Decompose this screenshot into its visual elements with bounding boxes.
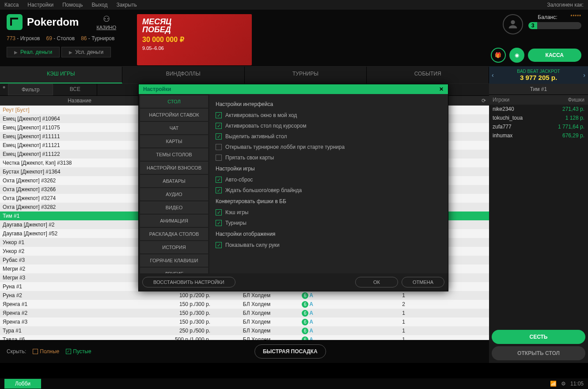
open-table-button[interactable]: ОТКРЫТЬ СТОЛ [492, 346, 585, 360]
setting-option[interactable]: Авто-сброс [216, 174, 442, 185]
checkbox-icon [216, 112, 222, 118]
sit-button[interactable]: СЕСТЬ [492, 330, 585, 344]
checkbox-icon [216, 242, 222, 248]
filter-all[interactable]: ВСЕ [53, 84, 97, 95]
footer: Скрыть: Полные ✓Пустые БЫСТРАЯ ПОСАДКА [0, 340, 489, 363]
settings-nav-item[interactable]: ВИДЕО [140, 201, 208, 214]
refresh-icon[interactable]: ⟳ [478, 98, 489, 104]
settings-nav-item[interactable]: АНИМАЦИЯ [140, 215, 208, 227]
settings-nav-item[interactable]: РАСКЛАДКА СТОЛОВ [140, 228, 208, 240]
setting-option[interactable]: Ждать большого/овер блайнда [216, 185, 442, 196]
menu-close[interactable]: Закрыть [116, 2, 137, 8]
chevron-left-icon[interactable]: ‹ [492, 72, 494, 79]
signal-icon: 📶 [550, 381, 557, 387]
hide-empty-checkbox[interactable]: ✓Пустые [66, 348, 91, 355]
tab-cash[interactable]: КЭШ ИГРЫ [0, 67, 122, 83]
settings-nav-item[interactable]: КАРТЫ [140, 135, 208, 147]
level-progress: 3 [528, 22, 581, 29]
menu-settings[interactable]: Настройки [27, 2, 53, 8]
cashier-button[interactable]: КАССА [528, 49, 581, 62]
balance-label: Баланс: [538, 14, 557, 20]
user-icon [507, 18, 519, 30]
setting-option[interactable]: Прятать свои карты [216, 152, 442, 163]
right-panel: Тим #1 ИгрокиФишки nike2340271,43 р.toku… [489, 84, 588, 363]
svg-point-0 [511, 20, 515, 24]
gear-icon[interactable]: ⚙ [561, 381, 566, 387]
tab-play-money[interactable]: ▶Усл. деньги [61, 47, 111, 57]
table-row[interactable]: Яренга #1150 р./300 р.БЛ Холдем6A2 [0, 300, 489, 309]
table-name: Тим #1 [489, 84, 588, 95]
col-name[interactable]: Название [0, 98, 159, 104]
logo[interactable]: Pokerdom ⚇ КАЗИНО [7, 14, 116, 30]
settings-nav-item[interactable]: ДРУГИЕ [140, 268, 208, 273]
setting-option[interactable]: Выделить активный стол [216, 131, 442, 142]
settings-nav-item[interactable]: ИСТОРИЯ [140, 241, 208, 253]
checkbox-icon [216, 144, 222, 150]
table-row[interactable]: Яренга #3150 р./300 р.БЛ Холдем6A1 [0, 317, 489, 326]
setting-option[interactable]: Турниры [216, 218, 442, 228]
setting-option[interactable]: Активировать окно в мой ход [216, 110, 442, 121]
fast-seat-button[interactable]: БЫСТРАЯ ПОСАДКА [254, 344, 326, 359]
settings-nav-item[interactable]: АВАТАРЫ [140, 175, 208, 187]
tab-windfalls[interactable]: ВИНДФОЛЛЫ [122, 67, 245, 83]
chevron-right-icon[interactable]: › [583, 72, 585, 79]
clock: 11:05 [570, 381, 584, 387]
player-row[interactable]: inhumax676,29 р. [489, 131, 588, 140]
chip-button[interactable]: ◉ [509, 48, 524, 63]
checkbox-icon [216, 177, 222, 183]
settings-nav: СТОЛНАСТРОЙКИ СТАВОКЧАТКАРТЫТЕМЫ СТОЛОВН… [139, 94, 209, 273]
settings-nav-item[interactable]: НАСТРОЙКИ ВЗНОСОВ [140, 162, 208, 174]
stats: 773 - Игроков 69 - Столов 86 - Турниров [7, 35, 116, 42]
settings-nav-item[interactable]: ТЕМЫ СТОЛОВ [140, 148, 208, 161]
logo-text: Pokerdom [27, 16, 79, 28]
jackpot-widget[interactable]: ‹ BAD BEAT JACKPOT 3 977 205 р. › [489, 66, 588, 84]
ok-button[interactable]: ОК [355, 277, 398, 287]
header: Pokerdom ⚇ КАЗИНО 773 - Игроков 69 - Сто… [0, 10, 588, 66]
lobby-tab[interactable]: Лобби [4, 379, 41, 389]
tab-real-money[interactable]: ▶Реал. деньги [7, 47, 60, 57]
player-row[interactable]: tokuchi_toua1 128 р. [489, 113, 588, 122]
settings-nav-item[interactable]: СТОЛ [140, 95, 208, 108]
setting-option[interactable]: Активировать стол под курсором [216, 121, 442, 131]
checkbox-icon [216, 123, 222, 129]
balance-value: ***** [571, 14, 581, 20]
close-icon[interactable]: ✕ [439, 86, 444, 92]
settings-nav-item[interactable]: НАСТРОЙКИ СТАВОК [140, 109, 208, 121]
settings-content: Настройки интерфейса Активировать окно в… [209, 94, 448, 273]
gift-button[interactable]: 🎁 [491, 48, 506, 63]
filter-dot[interactable]: ● [0, 84, 8, 95]
cancel-button[interactable]: ОТМЕНА [402, 277, 444, 287]
menu-kassa[interactable]: Касса [4, 2, 19, 8]
restore-button[interactable]: ВОССТАНОВИТЬ НАСТРОЙКИ [142, 277, 235, 287]
settings-nav-item[interactable]: ГОРЯЧИЕ КЛАВИШИ [140, 254, 208, 267]
checkbox-icon [216, 155, 222, 161]
settings-nav-item[interactable]: ЧАТ [140, 122, 208, 134]
table-row[interactable]: Тавда #6500 р./1 000 р.БЛ Холдем6A1 [0, 335, 489, 340]
setting-option[interactable]: Открывать турнирное лобби при старте тур… [216, 142, 442, 152]
setting-option[interactable]: Кэш игры [216, 207, 442, 218]
promo-banner[interactable]: МЕСЯЦ ПОБЕД 30 000 000 ₽ 9.05–6.06 [137, 14, 252, 65]
avatar[interactable] [503, 14, 523, 34]
menubar: Касса Настройки Помощь Выход Закрыть Зал… [0, 0, 588, 10]
modal-titlebar: Настройки ✕ [139, 84, 448, 94]
tab-tournaments[interactable]: ТУРНИРЫ [245, 67, 367, 83]
tab-events[interactable]: СОБЫТИЯ [367, 67, 489, 83]
filter-button[interactable]: Фильтр [8, 84, 53, 95]
bottombar: Лобби 📶 ⚙ 11:05 [0, 378, 588, 389]
player-row[interactable]: nike2340271,43 р. [489, 105, 588, 113]
player-row[interactable]: zufa7771 771,64 р. [489, 122, 588, 131]
casino-link[interactable]: ⚇ КАЗИНО [96, 14, 116, 30]
hide-full-checkbox[interactable]: Полные [33, 348, 59, 355]
table-row[interactable]: Руна #2100 р./200 р.БЛ Холдем6A1 [0, 291, 489, 300]
table-row[interactable]: Тура #1250 р./500 р.БЛ Холдем6A1 [0, 326, 489, 335]
settings-modal: Настройки ✕ СТОЛНАСТРОЙКИ СТАВОКЧАТКАРТЫ… [138, 84, 448, 291]
menu-exit[interactable]: Выход [92, 2, 108, 8]
table-row[interactable]: Яренга #2150 р./300 р.БЛ Холдем6A1 [0, 309, 489, 317]
setting-option[interactable]: Показывать силу руки [216, 240, 442, 250]
chip-icon: ◉ [515, 52, 519, 58]
menu-help[interactable]: Помощь [62, 2, 83, 8]
settings-nav-item[interactable]: АУДИО [140, 188, 208, 200]
logo-icon [7, 14, 23, 30]
money-tabs: ▶Реал. деньги ▶Усл. деньги [7, 47, 116, 57]
checkbox-icon [216, 209, 222, 215]
